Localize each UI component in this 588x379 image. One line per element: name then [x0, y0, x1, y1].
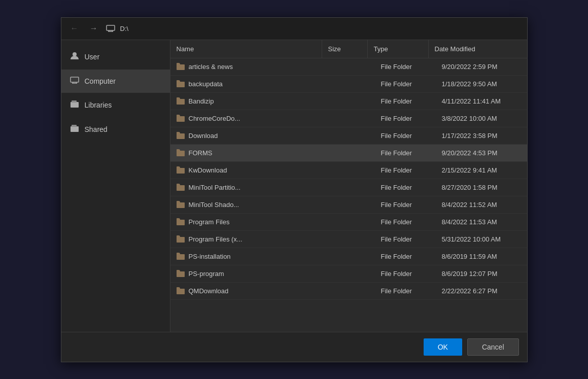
cell-date: 2/22/2022 6:27 PM	[436, 283, 527, 299]
folder-icon	[177, 184, 185, 191]
cell-date: 9/20/2022 2:59 PM	[436, 58, 527, 75]
cell-name: Program Files (x...	[170, 231, 329, 248]
svg-rect-0	[107, 25, 115, 30]
svg-rect-10	[72, 100, 77, 102]
folder-icon	[177, 253, 185, 260]
cell-type: File Folder	[375, 145, 436, 161]
folder-icon	[177, 80, 185, 87]
computer-icon	[70, 77, 80, 86]
table-row[interactable]: backupdata File Folder 1/18/2022 9:50 AM	[170, 76, 527, 93]
svg-rect-12	[72, 125, 77, 127]
cell-name: KwDownload	[170, 162, 329, 179]
cell-name: Download	[170, 127, 329, 144]
sidebar-item-user[interactable]: User	[61, 44, 170, 70]
cell-name: ChromeCoreDo...	[170, 110, 329, 127]
sidebar-item-shared[interactable]: Shared	[61, 117, 170, 142]
cell-size	[329, 162, 375, 179]
cell-name: backupdata	[170, 76, 329, 92]
file-dialog: ← → D:\ User	[61, 17, 528, 362]
sidebar-item-libraries[interactable]: Libraries	[61, 93, 170, 117]
cell-size	[329, 214, 375, 230]
location-icon	[106, 25, 115, 32]
table-row[interactable]: FORMS File Folder 9/20/2022 4:53 PM	[170, 145, 527, 162]
cell-name: MiniTool Shado...	[170, 196, 329, 213]
folder-icon	[177, 149, 185, 156]
cell-date: 8/4/2022 11:52 AM	[436, 196, 527, 213]
cell-name: Program Files	[170, 214, 329, 230]
sidebar-item-computer[interactable]: Computer	[61, 70, 170, 93]
cell-type: File Folder	[375, 162, 436, 179]
cell-type: File Folder	[375, 93, 436, 110]
sidebar-label-computer: Computer	[85, 77, 116, 85]
table-row[interactable]: MiniTool Partitio... File Folder 8/27/20…	[170, 179, 527, 196]
cell-type: File Folder	[375, 283, 436, 299]
cell-size	[329, 283, 375, 299]
cell-date: 4/11/2022 11:41 AM	[436, 93, 527, 110]
folder-icon	[177, 115, 185, 122]
table-row[interactable]: ChromeCoreDo... File Folder 3/8/2022 10:…	[170, 110, 527, 127]
table-row[interactable]: Bandizip File Folder 4/11/2022 11:41 AM	[170, 93, 527, 110]
header-type[interactable]: Type	[368, 40, 429, 58]
path-display: D:\	[120, 25, 129, 32]
table-row[interactable]: KwDownload File Folder 2/15/2022 9:41 AM	[170, 162, 527, 179]
back-button[interactable]: ←	[67, 23, 82, 33]
folder-icon	[177, 132, 185, 139]
cell-size	[329, 76, 375, 92]
table-row[interactable]: Program Files (x... File Folder 5/31/202…	[170, 231, 527, 248]
folder-icon	[177, 270, 185, 277]
cell-type: File Folder	[375, 196, 436, 213]
cell-size	[329, 58, 375, 75]
cell-type: File Folder	[375, 231, 436, 248]
cell-date: 3/8/2022 10:00 AM	[436, 110, 527, 127]
bottom-bar: OK Cancel	[61, 332, 527, 362]
ok-button[interactable]: OK	[424, 338, 462, 356]
cell-size	[329, 179, 375, 196]
cell-date: 1/18/2022 9:50 AM	[436, 76, 527, 92]
cell-date: 1/17/2022 3:58 PM	[436, 127, 527, 144]
cell-size	[329, 93, 375, 110]
header-size[interactable]: Size	[322, 40, 368, 58]
table-row[interactable]: Download File Folder 1/17/2022 3:58 PM	[170, 127, 527, 145]
table-row[interactable]: PS-program File Folder 8/6/2019 12:07 PM	[170, 265, 527, 283]
table-body: articles & news File Folder 9/20/2022 2:…	[170, 58, 527, 300]
content-area: User Computer	[61, 40, 527, 332]
sidebar-label-user: User	[85, 53, 100, 61]
cell-date: 9/20/2022 4:53 PM	[436, 145, 527, 161]
table-row[interactable]: PS-installation File Folder 8/6/2019 11:…	[170, 248, 527, 265]
folder-icon	[177, 218, 185, 225]
titlebar: ← → D:\	[61, 18, 527, 40]
table-row[interactable]: QMDownload File Folder 2/22/2022 6:27 PM	[170, 283, 527, 300]
folder-icon	[177, 166, 185, 174]
sidebar-label-shared: Shared	[85, 125, 108, 133]
cell-size	[329, 196, 375, 213]
cell-name: articles & news	[170, 58, 329, 75]
cell-type: File Folder	[375, 76, 436, 92]
cell-name: MiniTool Partitio...	[170, 179, 329, 196]
table-row[interactable]: MiniTool Shado... File Folder 8/4/2022 1…	[170, 196, 527, 214]
folder-icon	[177, 97, 185, 105]
cell-type: File Folder	[375, 265, 436, 282]
svg-rect-11	[71, 126, 79, 132]
header-name[interactable]: Name	[170, 40, 322, 58]
folder-icon	[177, 201, 185, 208]
header-date[interactable]: Date Modified	[429, 40, 520, 58]
cell-type: File Folder	[375, 58, 436, 75]
cell-name: Bandizip	[170, 93, 329, 110]
svg-point-4	[73, 52, 77, 56]
table-row[interactable]: articles & news File Folder 9/20/2022 2:…	[170, 58, 527, 76]
user-icon	[70, 51, 80, 62]
folder-icon	[177, 63, 185, 70]
cell-size	[329, 248, 375, 265]
cancel-button[interactable]: Cancel	[467, 338, 519, 356]
cell-date: 8/27/2020 1:58 PM	[436, 179, 527, 196]
table-header: Name Size Type Date Modified	[170, 40, 527, 58]
cell-date: 8/4/2022 11:53 AM	[436, 214, 527, 230]
cell-size	[329, 265, 375, 282]
cell-date: 8/6/2019 12:07 PM	[436, 265, 527, 282]
forward-button[interactable]: →	[87, 23, 101, 33]
cell-name: FORMS	[170, 145, 329, 161]
table-row[interactable]: Program Files File Folder 8/4/2022 11:53…	[170, 214, 527, 231]
file-table[interactable]: Name Size Type Date Modified articles & …	[170, 40, 527, 332]
main-panel: Name Size Type Date Modified articles & …	[170, 40, 527, 332]
cell-name: PS-installation	[170, 248, 329, 265]
